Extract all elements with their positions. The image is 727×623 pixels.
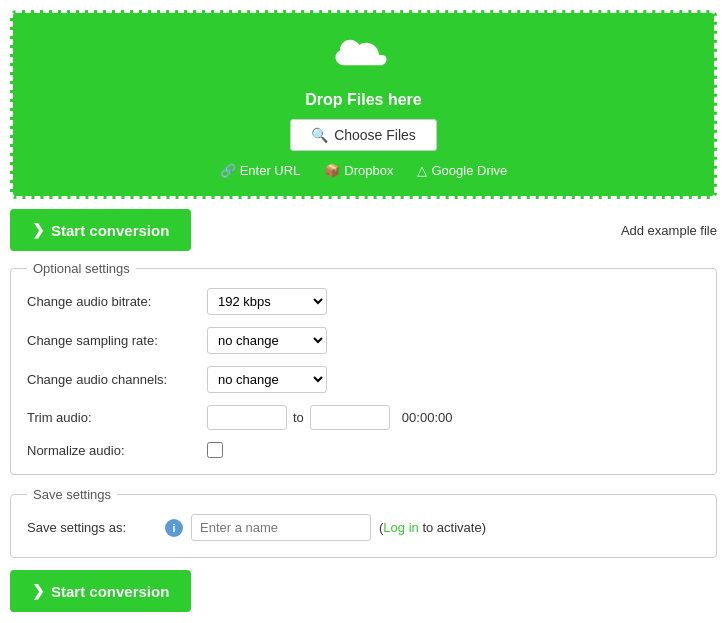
- sampling-rate-control: no change 8000 Hz 22050 Hz 44100 Hz 4800…: [207, 327, 327, 354]
- bottom-action-row: ❯ Start conversion: [10, 570, 717, 612]
- dropbox-label: Dropbox: [344, 163, 393, 178]
- optional-settings-legend: Optional settings: [27, 261, 136, 276]
- enter-url-label: Enter URL: [240, 163, 301, 178]
- dropbox-link[interactable]: 📦 Dropbox: [324, 163, 393, 178]
- login-link[interactable]: Log in: [383, 520, 418, 535]
- arrow-icon-bottom: ❯: [32, 582, 45, 600]
- google-drive-icon: △: [417, 163, 427, 178]
- link-icon: 🔗: [220, 163, 236, 178]
- normalize-audio-checkbox[interactable]: [207, 442, 223, 458]
- add-example-link[interactable]: Add example file: [621, 223, 717, 238]
- login-text: (Log in to activate): [379, 520, 486, 535]
- login-suffix: to activate): [419, 520, 486, 535]
- trim-controls: to 00:00:00: [207, 405, 452, 430]
- normalize-audio-row: Normalize audio:: [27, 442, 700, 458]
- bitrate-select[interactable]: 192 kbps 64 kbps 128 kbps 256 kbps 320 k…: [207, 288, 327, 315]
- upload-cloud-icon: [334, 33, 394, 83]
- source-links: 🔗 Enter URL 📦 Dropbox △ Google Drive: [220, 163, 508, 178]
- search-icon: 🔍: [311, 127, 328, 143]
- audio-channels-label: Change audio channels:: [27, 372, 207, 387]
- trim-to-separator: to: [293, 410, 304, 425]
- info-icon: i: [165, 519, 183, 537]
- save-name-input[interactable]: [191, 514, 371, 541]
- choose-files-label: Choose Files: [334, 127, 416, 143]
- start-conversion-label-top: Start conversion: [51, 222, 169, 239]
- arrow-icon-top: ❯: [32, 221, 45, 239]
- bitrate-label: Change audio bitrate:: [27, 294, 207, 309]
- audio-channels-row: Change audio channels: no change 1 (mono…: [27, 366, 700, 393]
- optional-settings-fieldset: Optional settings Change audio bitrate: …: [10, 261, 717, 475]
- choose-files-button[interactable]: 🔍 Choose Files: [290, 119, 437, 151]
- trim-start-input[interactable]: [207, 405, 287, 430]
- dropbox-icon: 📦: [324, 163, 340, 178]
- trim-audio-label: Trim audio:: [27, 410, 207, 425]
- google-drive-link[interactable]: △ Google Drive: [417, 163, 507, 178]
- enter-url-link[interactable]: 🔗 Enter URL: [220, 163, 301, 178]
- trim-time-display: 00:00:00: [402, 410, 453, 425]
- save-settings-label: Save settings as:: [27, 520, 157, 535]
- save-row: Save settings as: i (Log in to activate): [27, 514, 700, 541]
- bitrate-row: Change audio bitrate: 192 kbps 64 kbps 1…: [27, 288, 700, 315]
- sampling-rate-label: Change sampling rate:: [27, 333, 207, 348]
- save-settings-fieldset: Save settings Save settings as: i (Log i…: [10, 487, 717, 558]
- trim-end-input[interactable]: [310, 405, 390, 430]
- main-wrapper: Drop Files here 🔍 Choose Files 🔗 Enter U…: [0, 0, 727, 623]
- sampling-rate-select[interactable]: no change 8000 Hz 22050 Hz 44100 Hz 4800…: [207, 327, 327, 354]
- start-conversion-button-bottom[interactable]: ❯ Start conversion: [10, 570, 191, 612]
- save-settings-legend: Save settings: [27, 487, 117, 502]
- start-conversion-label-bottom: Start conversion: [51, 583, 169, 600]
- audio-channels-select[interactable]: no change 1 (mono) 2 (stereo): [207, 366, 327, 393]
- google-drive-label: Google Drive: [431, 163, 507, 178]
- drop-zone[interactable]: Drop Files here 🔍 Choose Files 🔗 Enter U…: [10, 10, 717, 199]
- sampling-rate-row: Change sampling rate: no change 8000 Hz …: [27, 327, 700, 354]
- normalize-audio-label: Normalize audio:: [27, 443, 207, 458]
- drop-files-text: Drop Files here: [305, 91, 421, 109]
- trim-audio-row: Trim audio: to 00:00:00: [27, 405, 700, 430]
- bitrate-control: 192 kbps 64 kbps 128 kbps 256 kbps 320 k…: [207, 288, 327, 315]
- start-conversion-button-top[interactable]: ❯ Start conversion: [10, 209, 191, 251]
- action-row: ❯ Start conversion Add example file: [10, 209, 717, 251]
- audio-channels-control: no change 1 (mono) 2 (stereo): [207, 366, 327, 393]
